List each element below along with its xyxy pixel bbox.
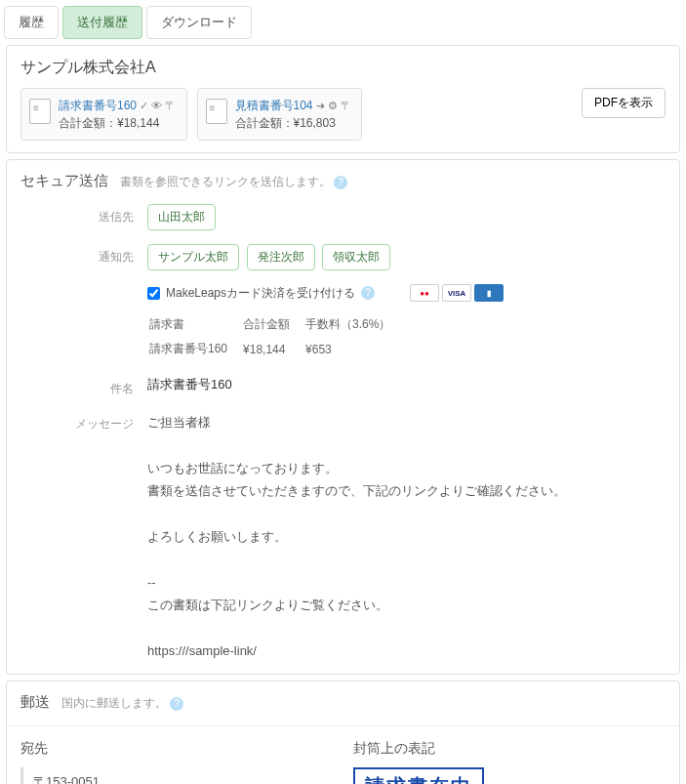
envelope-heading: 封筒上の表記 [353,740,666,758]
tab-download[interactable]: ダウンロード [146,6,252,39]
doc-total-label: 合計金額： [59,116,117,130]
doc-status-icons: ✓ 👁 〒 [140,100,176,111]
destination-heading: 宛先 [20,740,334,758]
visa-icon: VISA [442,284,471,302]
cc-chip[interactable]: 発注次郎 [247,244,315,270]
section-title: 郵送 [20,693,50,712]
doc-total: ¥16,803 [294,116,336,130]
recipient-chip[interactable]: 山田太郎 [147,204,216,230]
doc-total: ¥18,144 [117,116,159,130]
section-subtitle: 国内に郵送します。 [61,696,167,710]
tab-send-history[interactable]: 送付履歴 [62,6,142,39]
card-payment-checkbox[interactable] [147,287,160,300]
doc-title: 請求書番号160 [59,97,137,114]
envelope-stamp: 請求書在中 [353,767,484,784]
destination-address: 〒153-0051 東京都目黒区サンプル町 [20,767,334,784]
subject-value: 請求書番号160 [147,376,666,393]
recipient-label: 送信先 [20,204,147,226]
help-icon[interactable]: ? [170,697,183,711]
postal-section: 郵送 国内に郵送します。 ? 宛先 〒153-0051 東京都目黒区サンプル町 … [6,681,680,784]
doc-status-icons: ➜ ⚙ 〒 [316,100,351,111]
document-icon [29,99,51,124]
secure-send-section: セキュア送信 書類を参照できるリンクを送信します。 ? 送信先 山田太郎 通知先… [6,159,680,675]
doc-card-quote[interactable]: 見積書番号104 ➜ ⚙ 〒 合計金額：¥16,803 [197,88,363,141]
subject-label: 件名 [20,376,147,397]
tab-history[interactable]: 履歴 [4,6,59,39]
section-title: セキュア送信 [20,172,108,190]
help-icon[interactable]: ? [334,176,347,189]
message-label: メッセージ [20,411,147,433]
mastercard-icon: ●● [410,284,439,302]
main-panel: サンプル株式会社A 請求書番号160 ✓ 👁 〒 合計金額：¥18,144 見積… [6,45,680,153]
fee-table: 請求書合計金額手数料（3.6%） 請求書番号160¥18,144¥653 [147,311,406,362]
cc-chip[interactable]: 領収太郎 [322,244,390,270]
doc-total-label: 合計金額： [235,116,294,130]
help-icon[interactable]: ? [361,286,375,300]
doc-card-invoice[interactable]: 請求書番号160 ✓ 👁 〒 合計金額：¥18,144 [20,88,187,141]
show-pdf-button[interactable]: PDFを表示 [582,88,666,118]
card-payment-label: MakeLeapsカード決済を受け付ける [166,285,355,302]
document-icon [206,99,227,124]
company-name: サンプル株式会社A [20,58,666,78]
cc-chip[interactable]: サンプル太郎 [147,244,239,270]
message-body: ご担当者様 いつもお世話になっております。 書類を送信させていただきますので、下… [147,411,666,662]
cc-label: 通知先 [20,244,147,266]
doc-title: 見積書番号104 [235,97,313,114]
section-subtitle: 書類を参照できるリンクを送信します。 [120,175,331,188]
amex-icon: ▮ [474,284,504,302]
